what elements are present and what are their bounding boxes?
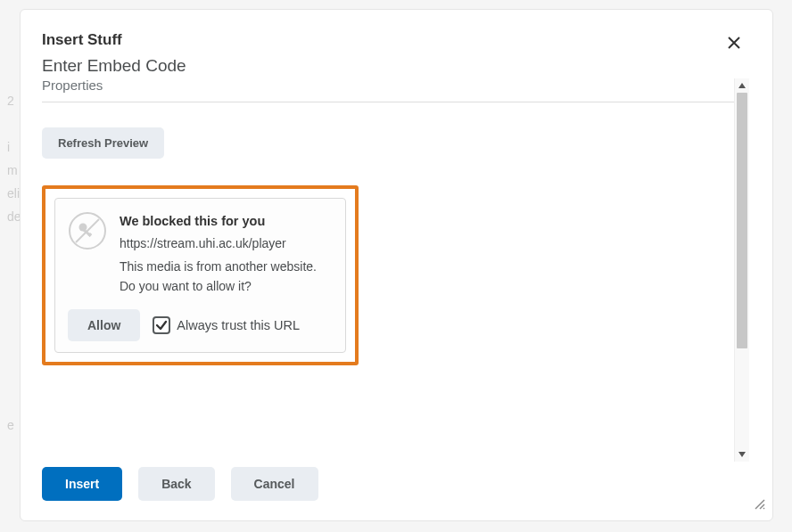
insert-button[interactable]: Insert bbox=[42, 467, 122, 501]
annotation-highlight: We blocked this for you https://stream.u… bbox=[42, 185, 359, 365]
dialog-body: Refresh Preview bbox=[42, 127, 744, 451]
scroll-thumb[interactable] bbox=[737, 93, 747, 348]
allow-button[interactable]: Allow bbox=[68, 309, 140, 341]
close-button[interactable] bbox=[724, 31, 744, 57]
vertical-scrollbar[interactable] bbox=[734, 78, 749, 462]
always-trust-label: Always trust this URL bbox=[177, 318, 300, 332]
dialog-header: Insert Stuff Enter Embed Code Properties bbox=[42, 31, 744, 93]
dialog-title: Insert Stuff bbox=[42, 31, 186, 49]
blocked-key-icon bbox=[68, 211, 107, 297]
blocked-content-panel: We blocked this for you https://stream.u… bbox=[54, 198, 346, 353]
svg-line-5 bbox=[755, 500, 764, 509]
back-button[interactable]: Back bbox=[138, 467, 214, 501]
properties-label: Properties bbox=[42, 78, 186, 93]
scroll-down-arrow-icon[interactable] bbox=[735, 447, 749, 462]
dialog-footer: Insert Back Cancel bbox=[42, 451, 744, 501]
checkbox-icon bbox=[153, 316, 170, 334]
dialog-subtitle: Enter Embed Code bbox=[42, 56, 186, 76]
always-trust-checkbox[interactable]: Always trust this URL bbox=[153, 316, 300, 334]
refresh-preview-button[interactable]: Refresh Preview bbox=[42, 127, 164, 159]
scroll-up-arrow-icon[interactable] bbox=[735, 78, 749, 93]
svg-line-1 bbox=[76, 219, 99, 242]
scroll-track[interactable] bbox=[735, 93, 749, 447]
cancel-button[interactable]: Cancel bbox=[231, 467, 318, 501]
insert-stuff-dialog: Insert Stuff Enter Embed Code Properties… bbox=[20, 9, 773, 521]
blocked-message-line1: This media is from another website. bbox=[120, 258, 333, 277]
blocked-message-line2: Do you want to allow it? bbox=[120, 277, 333, 297]
svg-line-7 bbox=[763, 508, 764, 509]
blocked-url: https://stream.uhi.ac.uk/player bbox=[120, 234, 333, 254]
close-icon bbox=[728, 35, 740, 53]
blocked-heading: We blocked this for you bbox=[120, 211, 333, 231]
resize-handle-icon[interactable] bbox=[753, 497, 765, 513]
divider bbox=[42, 102, 744, 102]
